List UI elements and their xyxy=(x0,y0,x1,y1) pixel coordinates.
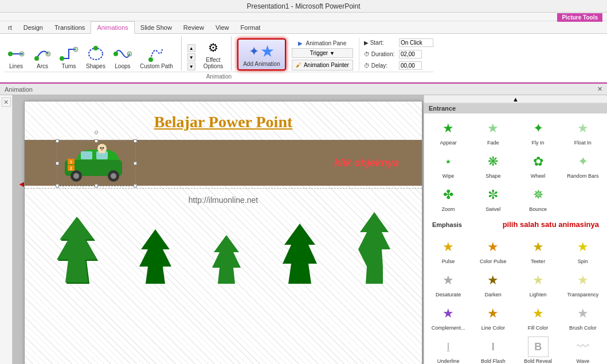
shape-label: Shape xyxy=(485,173,500,179)
anim-fade[interactable]: ★ Fade xyxy=(471,116,515,148)
main-area: ✕ ◄ Belajar Power Point xyxy=(0,95,607,364)
animation-painter-button[interactable]: 🖌 Animation Painter xyxy=(292,60,353,71)
pulse-label: Pulse xyxy=(442,259,455,264)
fade-label: Fade xyxy=(487,140,499,146)
wave-label: Wave xyxy=(577,358,590,364)
anim-wipe[interactable]: ⋆ Wipe xyxy=(426,149,470,181)
svg-text:2: 2 xyxy=(70,166,72,170)
anim-spin[interactable]: ★ Spin xyxy=(561,234,605,267)
delay-field[interactable] xyxy=(399,61,422,70)
anim-appear[interactable]: ★ Appear xyxy=(426,116,470,148)
ribbon-item-arcs[interactable]: Arcs xyxy=(31,44,54,71)
tab-review[interactable]: Review xyxy=(178,22,210,33)
anim-swivel[interactable]: ✼ Swivel xyxy=(471,182,515,214)
anim-bounce[interactable]: ✵ Bounce xyxy=(516,182,560,214)
float-in-icon: ★ xyxy=(573,118,593,139)
wheel-icon: ✿ xyxy=(528,151,549,172)
emphasis-header: Emphasis pilih salah satu animasinya xyxy=(424,217,607,232)
slides-panel: ✕ xyxy=(0,95,13,364)
anim-bold-reveal[interactable]: B Bold Reveal xyxy=(516,334,560,364)
ribbon-item-shapes[interactable]: Shapes xyxy=(84,44,108,71)
car-object[interactable]: 1 2 xyxy=(59,143,134,184)
tab-animations[interactable]: Animations xyxy=(91,21,134,34)
anim-scroll-up[interactable]: ▲ xyxy=(187,44,195,52)
anim-fill-color[interactable]: ★ Fill Color xyxy=(516,301,560,333)
swivel-label: Swivel xyxy=(485,206,500,212)
pulse-icon: ★ xyxy=(438,237,459,257)
panel-scroll-up[interactable]: ▲ xyxy=(424,95,607,103)
color-pulse-icon: ★ xyxy=(483,237,503,257)
trees-area xyxy=(25,209,422,289)
anim-underline[interactable]: I Underline xyxy=(426,334,470,364)
add-animation-button[interactable]: ✦ ★ Add Animation xyxy=(237,38,286,71)
anim-scroll-more[interactable]: ▼ xyxy=(187,62,195,71)
anim-color-pulse[interactable]: ★ Color Pulse xyxy=(471,234,515,267)
anim-scroll-down[interactable]: ▼ xyxy=(187,53,195,61)
anim-wheel[interactable]: ✿ Wheel xyxy=(516,149,560,181)
tab-slideshow[interactable]: Slide Show xyxy=(135,22,178,33)
svg-point-6 xyxy=(73,47,78,52)
handle-mr xyxy=(134,162,137,165)
lighten-icon: ★ xyxy=(528,270,549,291)
tab-rt[interactable]: rt xyxy=(2,22,18,33)
svg-point-23 xyxy=(103,147,104,149)
darken-icon: ★ xyxy=(483,270,503,291)
slide-title: Belajar Power Point xyxy=(42,113,405,131)
anim-desaturate[interactable]: ★ Desaturate xyxy=(426,268,470,300)
tab-design[interactable]: Design xyxy=(18,22,49,33)
svg-point-9 xyxy=(113,52,118,56)
svg-point-16 xyxy=(73,173,79,179)
anim-random-bars[interactable]: ✦ Random Bars xyxy=(561,149,605,181)
car-svg: 1 2 xyxy=(59,143,134,183)
anim-bold-flash[interactable]: I Bold Flash xyxy=(471,334,515,364)
complement-label: Complement... xyxy=(432,325,465,331)
start-value-field[interactable] xyxy=(399,38,433,47)
timing-duration-row: ⏱ Duration: xyxy=(364,49,433,59)
svg-marker-34 xyxy=(358,212,390,284)
ribbon-item-turns[interactable]: Turns xyxy=(57,44,80,71)
handle-bc xyxy=(95,184,98,187)
tab-picture-tools[interactable]: Picture Tools xyxy=(557,13,602,22)
spin-icon: ★ xyxy=(573,237,593,257)
anim-zoom[interactable]: ✤ Zoom xyxy=(426,182,470,214)
ribbon-item-lines[interactable]: Lines xyxy=(5,44,28,71)
panel-close-x[interactable]: ✕ xyxy=(597,85,602,93)
svg-rect-13 xyxy=(81,151,92,159)
tab-view[interactable]: View xyxy=(210,22,235,33)
title-bar: Presentation1 - Microsoft PowerPoint xyxy=(0,0,607,13)
anim-float-in[interactable]: ★ Float In xyxy=(561,116,605,148)
anim-complement[interactable]: ★ Complement... xyxy=(426,301,470,333)
slide-inner: Belajar Power Point xyxy=(25,101,422,364)
anim-pulse[interactable]: ★ Pulse xyxy=(426,234,470,267)
anim-transparency[interactable]: ★ Transparency xyxy=(561,268,605,300)
loops-label: Loops xyxy=(115,63,130,69)
animation-pane-button[interactable]: ▶ Animation Pane xyxy=(292,40,353,46)
trigger-button[interactable]: Trigger ▼ xyxy=(292,48,353,58)
tab-format[interactable]: Format xyxy=(235,22,267,33)
anim-lighten[interactable]: ★ Lighten xyxy=(516,268,560,300)
ribbon-item-loops[interactable]: Loops xyxy=(111,44,134,71)
brush-color-icon: ★ xyxy=(573,303,593,324)
ribbon-item-effect-options[interactable]: ⚙ EffectOptions xyxy=(201,37,225,71)
svg-point-5 xyxy=(60,56,64,61)
float-in-label: Float In xyxy=(574,140,592,146)
panel-toggle[interactable]: ✕ xyxy=(2,97,11,107)
anim-wave[interactable]: 〰 Wave xyxy=(561,334,605,364)
lines-label: Lines xyxy=(9,63,23,69)
animation-panel-label: Animation xyxy=(5,86,33,93)
ribbon-item-custom-path[interactable]: Custom Path xyxy=(138,44,175,71)
start-label: ▶ Start: xyxy=(364,40,395,46)
anim-brush-color[interactable]: ★ Brush Color xyxy=(561,301,605,333)
duration-field[interactable] xyxy=(399,50,422,58)
zoom-label: Zoom xyxy=(442,206,455,212)
svg-marker-31 xyxy=(139,229,171,284)
anim-line-color[interactable]: ★ Line Color xyxy=(471,301,515,333)
fill-color-icon: ★ xyxy=(528,303,549,324)
anim-fly-in[interactable]: ✦ Fly In xyxy=(516,116,560,148)
tab-transitions[interactable]: Transitions xyxy=(49,22,91,33)
anim-darken[interactable]: ★ Darken xyxy=(471,268,515,300)
fade-icon: ★ xyxy=(483,118,503,139)
anim-shape[interactable]: ❋ Shape xyxy=(471,149,515,181)
fill-color-label: Fill Color xyxy=(528,325,549,331)
anim-teeter[interactable]: ★ Teeter xyxy=(516,234,560,267)
